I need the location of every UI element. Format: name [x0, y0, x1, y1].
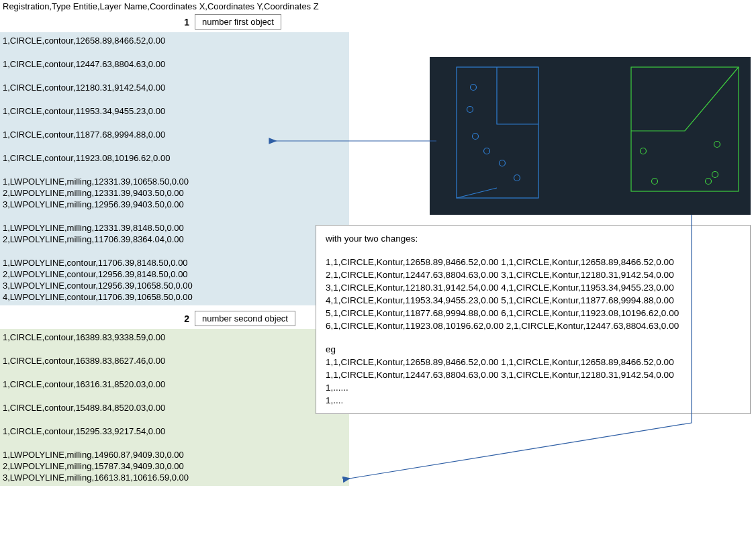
- data-line: 1,CIRCLE,contour,12658.89,8466.52,0.00: [3, 35, 346, 46]
- csv-header: Registration,Type Entitie,Layer Name,Coo…: [0, 0, 756, 13]
- svg-point-10: [706, 179, 712, 185]
- section2-label-box: number second object: [195, 311, 295, 326]
- data-group: 1,CIRCLE,contour,11877.68,9994.88,0.00: [3, 129, 346, 140]
- data-line: 1,CIRCLE,contour,11877.68,9994.88,0.00: [3, 129, 346, 140]
- panel-eg-line: 1,1,CIRCLE,Kontur,12447.63,8804.63,0.00 …: [326, 368, 741, 381]
- panel-eg-line: 1,1,CIRCLE,Kontur,12658.89,8466.52,0.00 …: [326, 356, 741, 368]
- data-group: 1,CIRCLE,contour,11923.08,10196.62,0.00: [3, 152, 346, 164]
- data-group: 1,CIRCLE,contour,15489.84,8520.03,0.00: [3, 402, 346, 413]
- cad-preview-panel: [430, 57, 751, 215]
- section2-number: 2: [0, 313, 195, 324]
- data-line: 1,CIRCLE,contour,15295.33,9217.54,0.00: [3, 426, 346, 437]
- svg-point-4: [484, 148, 490, 154]
- data-group: 1,LWPOLYLINE,milling,12331.39,8148.50,0.…: [3, 222, 346, 245]
- data-line: 1,CIRCLE,contour,12447.63,8804.63,0.00: [3, 58, 346, 70]
- panel-lines: 1,1,CIRCLE,Kontur,12658.89,8466.52,0.00 …: [326, 256, 741, 332]
- data-line: 2,LWPOLYLINE,milling,11706.39,8364.04,0.…: [3, 234, 346, 245]
- data-line: 1,LWPOLYLINE,milling,14960.87,9409.30,0.…: [3, 449, 346, 460]
- svg-point-2: [467, 107, 473, 113]
- panel-line: 5,1,CIRCLE,Kontur,11877.68,9994.88,0.00 …: [326, 307, 741, 319]
- data-line: 2,LWPOLYLINE,milling,15787.34,9409.30,0.…: [3, 460, 346, 472]
- panel-line: 4,1,CIRCLE,Kontur,11953.34,9455.23,0.00 …: [326, 294, 741, 307]
- data-group: 1,LWPOLYLINE,contour,11706.39,8148.50,0.…: [3, 257, 346, 303]
- panel-title: with your two changes:: [326, 232, 741, 245]
- data-group: 1,LWPOLYLINE,milling,12331.39,10658.50,0…: [3, 176, 346, 210]
- panel-eg-line: 1,......: [326, 381, 741, 394]
- data-group: 1,LWPOLYLINE,milling,14960.87,9409.30,0.…: [3, 449, 346, 483]
- svg-point-3: [473, 134, 479, 140]
- data-group: 1,CIRCLE,contour,11953.34,9455.23,0.00: [3, 105, 346, 117]
- section2-data: 1,CIRCLE,contour,16389.83,9338.59,0.001,…: [0, 329, 349, 486]
- cad-drawing: [430, 57, 751, 215]
- data-line: 1,CIRCLE,contour,11953.34,9455.23,0.00: [3, 105, 346, 117]
- section1-label-row: 1 number first object: [0, 13, 756, 32]
- data-line: 1,LWPOLYLINE,milling,12331.39,10658.50,0…: [3, 176, 346, 187]
- section1-number: 1: [0, 17, 195, 28]
- data-group: 1,CIRCLE,contour,16389.83,9338.59,0.00: [3, 332, 346, 343]
- section1-label-box: number first object: [195, 14, 281, 30]
- data-line: 2,LWPOLYLINE,milling,12331.39,9403.50,0.…: [3, 187, 346, 199]
- data-group: 1,CIRCLE,contour,12447.63,8804.63,0.00: [3, 58, 346, 70]
- panel-line: 6,1,CIRCLE,Kontur,11923.08,10196.62,0.00…: [326, 319, 741, 332]
- data-line: 1,CIRCLE,contour,11923.08,10196.62,0.00: [3, 152, 346, 164]
- data-line: 1,CIRCLE,contour,16389.83,8627.46,0.00: [3, 355, 346, 366]
- comment-panel: with your two changes: 1,1,CIRCLE,Kontur…: [316, 225, 751, 414]
- data-group: 1,CIRCLE,contour,15295.33,9217.54,0.00: [3, 426, 346, 437]
- data-line: 3,LWPOLYLINE,milling,16613.81,10616.59,0…: [3, 472, 346, 483]
- data-line: 2,LWPOLYLINE,contour,12956.39,8148.50,0.…: [3, 268, 346, 280]
- data-line: 1,CIRCLE,contour,15489.84,8520.03,0.00: [3, 402, 346, 413]
- svg-point-11: [712, 172, 718, 178]
- svg-point-12: [714, 142, 720, 148]
- panel-line: 3,1,CIRCLE,Kontur,12180.31,9142.54,0.00 …: [326, 281, 741, 294]
- svg-point-6: [514, 175, 520, 181]
- data-group: 1,CIRCLE,contour,12180.31,9142.54,0.00: [3, 82, 346, 93]
- svg-point-9: [652, 179, 658, 185]
- panel-line: 2,1,CIRCLE,Kontur,12447.63,8804.63,0.00 …: [326, 268, 741, 281]
- data-line: 4,LWPOLYLINE,contour,11706.39,10658.50,0…: [3, 291, 346, 303]
- svg-point-8: [641, 148, 647, 154]
- panel-line: 1,1,CIRCLE,Kontur,12658.89,8466.52,0.00 …: [326, 256, 741, 268]
- svg-rect-0: [457, 67, 538, 198]
- svg-point-1: [471, 85, 477, 91]
- data-group: 1,CIRCLE,contour,16389.83,8627.46,0.00: [3, 355, 346, 366]
- data-group: 1,CIRCLE,contour,12658.89,8466.52,0.00: [3, 35, 346, 46]
- data-line: 3,LWPOLYLINE,milling,12956.39,9403.50,0.…: [3, 199, 346, 210]
- panel-eg-label: eg: [326, 343, 741, 356]
- data-line: 1,CIRCLE,contour,16389.83,9338.59,0.00: [3, 332, 346, 343]
- data-line: 1,LWPOLYLINE,milling,12331.39,8148.50,0.…: [3, 222, 346, 234]
- panel-eg-lines: 1,1,CIRCLE,Kontur,12658.89,8466.52,0.00 …: [326, 356, 741, 407]
- data-line: 1,CIRCLE,contour,16316.31,8520.03,0.00: [3, 379, 346, 390]
- data-group: 1,CIRCLE,contour,16316.31,8520.03,0.00: [3, 379, 346, 390]
- panel-eg-line: 1,....: [326, 394, 741, 407]
- svg-point-5: [500, 160, 506, 166]
- data-line: 1,LWPOLYLINE,contour,11706.39,8148.50,0.…: [3, 257, 346, 268]
- section1-data: 1,CIRCLE,contour,12658.89,8466.52,0.001,…: [0, 32, 349, 305]
- data-line: 3,LWPOLYLINE,contour,12956.39,10658.50,0…: [3, 280, 346, 291]
- data-line: 1,CIRCLE,contour,12180.31,9142.54,0.00: [3, 82, 346, 93]
